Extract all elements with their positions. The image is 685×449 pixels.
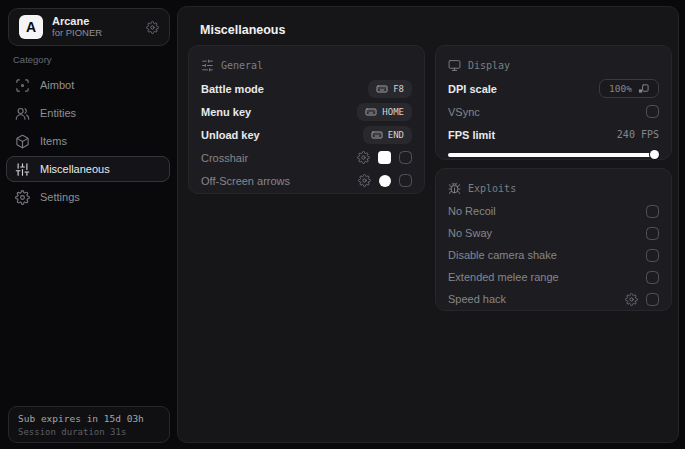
dpi-scale-row: DPI scale 100% (448, 77, 659, 100)
vsync-row: VSync (448, 100, 659, 123)
monitor-icon (448, 59, 461, 72)
sliders-vertical-icon (15, 162, 30, 177)
gear-icon[interactable] (625, 293, 638, 306)
dpi-scale-value: 100% (609, 83, 632, 94)
page-title: Miscellaneous (200, 23, 285, 37)
sub-expires-text: Sub expires in 15d 03h (18, 413, 160, 424)
general-card-header: General (201, 56, 412, 74)
unload-key-keybind-button[interactable]: END (363, 126, 412, 144)
no-sway-checkbox[interactable] (646, 227, 659, 240)
vsync-checkbox[interactable] (646, 105, 659, 118)
speed-hack-controls (625, 293, 659, 306)
slider-track[interactable] (448, 153, 659, 157)
sidebar-item-aimbot[interactable]: Aimbot (6, 72, 170, 98)
sidebar: A Arcane for PIONER Category Aimbot (0, 0, 176, 449)
crosshair-row: Crosshair (201, 146, 412, 169)
crosshair-checkbox[interactable] (399, 151, 412, 164)
setting-label: Battle mode (201, 83, 264, 95)
setting-label: No Recoil (448, 205, 496, 217)
unload-key-row: Unload key END (201, 123, 412, 146)
users-icon (15, 106, 30, 121)
fps-limit-slider[interactable] (448, 150, 659, 159)
offscreen-arrows-checkbox[interactable] (399, 174, 412, 187)
setting-label: Disable camera shake (448, 249, 557, 261)
keyboard-icon (376, 83, 388, 95)
disable-camera-shake-row: Disable camera shake (448, 244, 659, 266)
no-recoil-row: No Recoil (448, 200, 659, 222)
sidebar-item-label: Aimbot (40, 79, 74, 91)
setting-label: No Sway (448, 227, 492, 239)
section-title: General (221, 60, 263, 71)
crosshair-color-swatch[interactable] (378, 151, 391, 164)
app-logo: A (19, 15, 43, 39)
speed-hack-row: Speed hack (448, 288, 659, 310)
section-title: Display (468, 60, 510, 71)
keyboard-icon (365, 106, 377, 118)
fps-limit-row: FPS limit 240 FPS (448, 123, 659, 146)
offscreen-arrows-row: Off-Screen arrows (201, 169, 412, 192)
gear-icon (15, 190, 30, 205)
offscreen-arrows-controls (358, 174, 412, 187)
sidebar-item-label: Items (40, 135, 67, 147)
logo-text: Arcane for PIONER (52, 15, 137, 40)
no-recoil-checkbox[interactable] (646, 205, 659, 218)
session-duration-text: Session duration 31s (18, 427, 160, 437)
setting-label: Unload key (201, 129, 260, 141)
crosshair-controls (357, 151, 412, 164)
gear-icon[interactable] (358, 174, 371, 187)
offscreen-arrows-color-swatch[interactable] (379, 175, 391, 187)
category-label: Category (13, 54, 52, 65)
dpi-scale-select[interactable]: 100% (599, 79, 659, 98)
general-card: General Battle mode F8 Menu key HOME (188, 45, 425, 194)
sidebar-item-items[interactable]: Items (6, 128, 170, 154)
keybind-value: END (388, 130, 404, 140)
scale-icon (638, 83, 649, 94)
keybind-value: F8 (393, 84, 404, 94)
slider-knob[interactable] (650, 150, 659, 159)
battle-mode-keybind-button[interactable]: F8 (368, 80, 412, 98)
sidebar-nav: Aimbot Entities Items Miscellaneous (6, 72, 170, 210)
setting-label: Crosshair (201, 152, 248, 164)
sidebar-item-settings[interactable]: Settings (6, 184, 170, 210)
sidebar-item-miscellaneous[interactable]: Miscellaneous (6, 156, 170, 182)
section-title: Exploits (468, 183, 516, 194)
sidebar-item-label: Miscellaneous (40, 163, 110, 175)
box-icon (15, 134, 30, 149)
fps-limit-value: 240 FPS (617, 129, 659, 140)
app-name: Arcane (52, 15, 137, 28)
sidebar-item-label: Entities (40, 107, 76, 119)
extended-melee-range-row: Extended melee range (448, 266, 659, 288)
bug-icon (448, 182, 461, 195)
menu-key-row: Menu key HOME (201, 100, 412, 123)
app-subtitle: for PIONER (52, 28, 137, 39)
setting-label: VSync (448, 106, 480, 118)
no-sway-row: No Sway (448, 222, 659, 244)
setting-label: FPS limit (448, 129, 495, 141)
disable-camera-shake-checkbox[interactable] (646, 249, 659, 262)
setting-label: Extended melee range (448, 271, 559, 283)
exploits-card-header: Exploits (448, 179, 659, 197)
sidebar-item-entities[interactable]: Entities (6, 100, 170, 126)
display-card-header: Display (448, 56, 659, 74)
main-panel: Miscellaneous General Battle mode F8 (177, 6, 679, 443)
battle-mode-row: Battle mode F8 (201, 77, 412, 100)
logo-card: A Arcane for PIONER (8, 8, 170, 46)
gear-icon[interactable] (357, 151, 370, 164)
display-card: Display DPI scale 100% VSync FPS limit 2… (435, 45, 672, 160)
scan-icon (15, 78, 30, 93)
setting-label: DPI scale (448, 83, 497, 95)
menu-key-keybind-button[interactable]: HOME (357, 103, 412, 121)
setting-label: Off-Screen arrows (201, 175, 290, 187)
extended-melee-range-checkbox[interactable] (646, 271, 659, 284)
setting-label: Speed hack (448, 293, 506, 305)
keyboard-icon (371, 129, 383, 141)
exploits-card: Exploits No Recoil No Sway Disable camer… (435, 168, 672, 311)
setting-label: Menu key (201, 106, 251, 118)
keybind-value: HOME (382, 107, 404, 117)
sliders-horizontal-icon (201, 59, 214, 72)
gear-icon[interactable] (146, 21, 159, 34)
speed-hack-checkbox[interactable] (646, 293, 659, 306)
sidebar-item-label: Settings (40, 191, 80, 203)
subscription-card: Sub expires in 15d 03h Session duration … (8, 406, 170, 443)
